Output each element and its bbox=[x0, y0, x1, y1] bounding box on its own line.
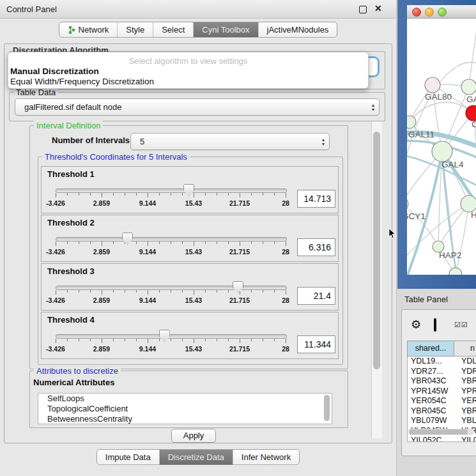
slider-tick-label: 15.43 bbox=[174, 199, 213, 207]
panel-vertical-scrollbar[interactable] bbox=[371, 121, 382, 438]
threshold-label: Threshold 4 bbox=[47, 315, 95, 325]
slider-tick-label: 2.859 bbox=[82, 345, 121, 353]
gear-icon[interactable]: ⚙ bbox=[411, 318, 421, 332]
threshold-value-field[interactable]: 6.316 bbox=[297, 238, 335, 256]
slider-rail[interactable] bbox=[56, 188, 287, 193]
slider-tick bbox=[79, 242, 79, 244]
table-row[interactable]: YBL079WYBL0 bbox=[408, 416, 476, 426]
slider-tick bbox=[159, 339, 160, 341]
thresholds-group: Threshold's Coordinates for 5 Intervals … bbox=[38, 157, 343, 365]
slider-rail[interactable] bbox=[56, 286, 287, 290]
cell-name: YDL1 bbox=[457, 357, 476, 367]
network-node-gal[interactable] bbox=[461, 79, 476, 95]
slider-tick bbox=[274, 339, 275, 341]
network-canvas[interactable]: GAL80GALCGAL11GAL4GCY1HHAP2 bbox=[407, 19, 476, 275]
number-of-intervals-combobox[interactable]: 5 ▲▼ bbox=[130, 133, 330, 150]
slider-tick bbox=[217, 242, 217, 244]
float-window-icon[interactable] bbox=[359, 6, 367, 13]
table-row[interactable]: YER054CYER0 bbox=[408, 396, 476, 406]
number-of-intervals-label: Number of Intervals bbox=[52, 135, 130, 145]
hscrollbar-thumb[interactable] bbox=[409, 429, 468, 434]
tab-select[interactable]: Select bbox=[153, 22, 194, 37]
list-scrollbar-thumb[interactable] bbox=[324, 395, 330, 421]
numerical-attributes-list[interactable]: SelfLoopsTopologicalCoefficientBetweenne… bbox=[38, 393, 332, 424]
number-of-intervals-value: 5 bbox=[131, 137, 318, 146]
zoom-traffic-light-icon[interactable] bbox=[438, 8, 447, 17]
network-node-gal80[interactable] bbox=[425, 77, 440, 93]
table-data-combobox[interactable]: galFiltered.sif default node ▲▼ bbox=[15, 98, 380, 116]
algorithm-hint-item[interactable]: Select algorithm to view settings bbox=[8, 56, 368, 66]
algorithm-item-manual[interactable]: Manual Discretization bbox=[10, 66, 99, 76]
column-header-shared-name[interactable]: shared... bbox=[408, 341, 454, 356]
slider-thumb[interactable] bbox=[233, 281, 243, 293]
attribute-list-item[interactable]: BetweennessCentrality bbox=[38, 414, 332, 424]
node-label: GAL11 bbox=[408, 130, 434, 139]
slider-tick bbox=[56, 339, 56, 343]
network-window-titlebar[interactable] bbox=[407, 5, 476, 19]
column-header-name[interactable]: n bbox=[454, 341, 476, 356]
close-traffic-light-icon[interactable] bbox=[412, 8, 421, 17]
slider-tick bbox=[136, 290, 137, 293]
slider-tick bbox=[90, 242, 91, 244]
threshold-slider[interactable]: -3.4262.8599.14415.4321.71528 bbox=[50, 279, 293, 309]
column-layout-icon[interactable] bbox=[434, 318, 436, 332]
network-node-gal11[interactable] bbox=[407, 116, 416, 128]
threshold-slider[interactable]: -3.4262.8599.14415.4321.71528 bbox=[50, 231, 293, 260]
slider-tick bbox=[263, 339, 263, 341]
slider-tick bbox=[286, 193, 286, 197]
bottom-tab-bar: Impute DataDiscretize DataInfer Network bbox=[96, 449, 300, 465]
network-node-gal4[interactable] bbox=[432, 141, 452, 162]
slider-thumb[interactable] bbox=[122, 233, 133, 245]
tab-style[interactable]: Style bbox=[118, 22, 153, 37]
attribute-list-item[interactable]: TopologicalCoefficient bbox=[38, 404, 332, 414]
table-row[interactable]: YIL052CYIL0 bbox=[408, 436, 476, 442]
slider-tick-label: -3.426 bbox=[36, 345, 75, 353]
network-edge[interactable] bbox=[456, 204, 469, 274]
threshold-slider[interactable]: -3.4262.8599.14415.4321.71528 bbox=[50, 182, 293, 211]
select-columns-checkboxes-icon[interactable]: ☑☑ bbox=[454, 321, 468, 329]
table-row[interactable]: YDR27...YDR2 bbox=[408, 367, 476, 377]
tab-network[interactable]: Network bbox=[59, 22, 118, 37]
algorithm-item-equal-width[interactable]: Equal Width/Frequency Discretization bbox=[10, 77, 154, 86]
numerical-attributes-label: Numerical Attributes bbox=[33, 378, 114, 387]
minimize-traffic-light-icon[interactable] bbox=[425, 8, 434, 17]
tab-jactivemnodules[interactable]: jActiveMNodules bbox=[259, 22, 337, 37]
threshold-slider[interactable]: -3.4262.8599.14415.4321.71528 bbox=[50, 328, 293, 357]
table-row[interactable]: YBR043CYBR0 bbox=[408, 376, 476, 387]
node-label: H bbox=[471, 210, 476, 220]
tab-cyni-toolbox[interactable]: Cyni Toolbox bbox=[194, 22, 258, 37]
slider-tick bbox=[171, 193, 171, 196]
slider-thumb[interactable] bbox=[159, 330, 170, 342]
table-row[interactable]: YDL19...YDL1 bbox=[408, 357, 476, 367]
slider-tick bbox=[56, 242, 56, 246]
network-node[interactable] bbox=[449, 268, 462, 275]
control-panel: Control Panel ✕ NetworkStyleSelectCyni T… bbox=[0, 0, 397, 476]
threshold-value-field[interactable]: 11.344 bbox=[297, 335, 335, 353]
slider-rail[interactable] bbox=[56, 237, 287, 242]
network-edge[interactable] bbox=[469, 30, 476, 87]
table-data-group: Table Data galFiltered.sif default node … bbox=[9, 92, 385, 121]
slider-thumb[interactable] bbox=[183, 184, 194, 196]
slider-rail[interactable] bbox=[56, 334, 287, 339]
threshold-value-field[interactable]: 21.4 bbox=[297, 287, 335, 305]
tab-label: Impute Data bbox=[105, 452, 151, 462]
table-horizontal-scrollbar[interactable] bbox=[408, 429, 474, 435]
attribute-list-item[interactable]: SelfLoops bbox=[38, 394, 332, 404]
threshold-value-field[interactable]: 14.713 bbox=[297, 190, 335, 208]
close-icon[interactable]: ✕ bbox=[374, 3, 382, 13]
slider-tick bbox=[159, 242, 160, 244]
tab-discretize-data[interactable]: Discretize Data bbox=[160, 450, 233, 464]
cell-name: YBL0 bbox=[457, 416, 476, 426]
tab-impute-data[interactable]: Impute Data bbox=[97, 450, 160, 464]
slider-tick bbox=[263, 193, 263, 196]
stepper-arrows-icon: ▲▼ bbox=[367, 103, 379, 112]
apply-button[interactable]: Apply bbox=[171, 429, 216, 443]
slider-tick bbox=[56, 290, 56, 295]
tab-infer-network[interactable]: Infer Network bbox=[233, 450, 299, 464]
scrollbar-thumb[interactable] bbox=[373, 132, 380, 369]
table-row[interactable]: YBR045CYBR0 bbox=[408, 406, 476, 417]
slider-tick-label: 9.144 bbox=[128, 345, 167, 353]
table-row[interactable]: YPR145WYPR1 bbox=[408, 387, 476, 397]
slider-tick bbox=[240, 339, 240, 343]
slider-tick bbox=[205, 290, 206, 293]
